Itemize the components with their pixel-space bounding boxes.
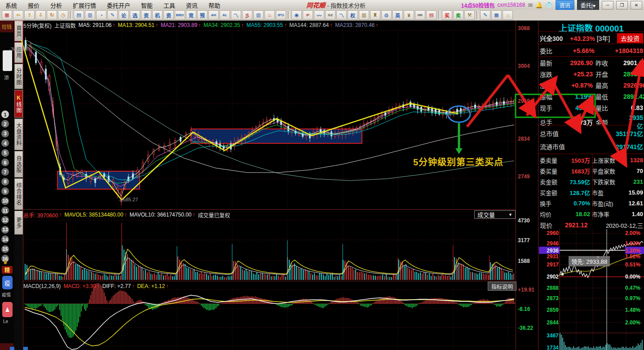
mini-price-label: 2936 — [539, 248, 559, 254]
mini-price-label: 2946 — [539, 240, 559, 247]
mini-price-label: 2859 — [539, 307, 559, 313]
mini-pct-label: 1.48% — [625, 307, 644, 313]
app-window: { "titlebar": { "menus": ["系统","报价","分析"… — [0, 0, 644, 350]
mini-price-label: 2888 — [539, 285, 559, 291]
mini-pct-label: 0.47% — [625, 285, 644, 291]
mini-price-label: 3467 — [539, 332, 559, 339]
mini-price-label: 2917 — [539, 261, 559, 268]
mini-pct-label: 2.00% — [625, 319, 644, 326]
mini-pct-label: 1.02% — [625, 253, 644, 260]
mini-pct-label: 2.00% — [625, 230, 644, 236]
mini-price-label: 2873 — [539, 295, 559, 301]
mini-pct-label: 0.97% — [625, 295, 644, 301]
mini-pct-label: 1.52% — [625, 240, 644, 247]
mini-pct-label: 0.00% — [625, 274, 644, 280]
mini-pct-label: 0.51% — [625, 261, 644, 268]
mini-pct-label: 1.20% — [625, 248, 644, 254]
mini-price-label: 2844 — [539, 319, 559, 326]
mini-price-label: 2902 — [539, 274, 559, 280]
mini-price-label: 2931 — [539, 253, 559, 260]
mini-price-label: 2960 — [539, 230, 559, 236]
mini-price-label: 1734 — [539, 345, 559, 350]
leading-index-tooltip: 领先: 2933.88 — [569, 256, 610, 266]
